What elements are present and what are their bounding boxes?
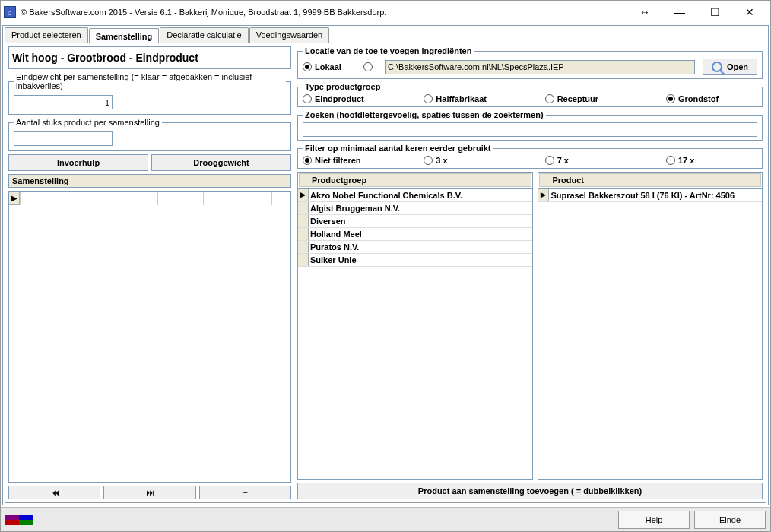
content-frame: Product selecteren Samenstelling Declara… (2, 25, 769, 505)
nav-row: ⏮ ⏭ − (8, 486, 291, 499)
locatie-remote-radio[interactable] (363, 62, 377, 71)
aantal-input[interactable] (14, 131, 113, 146)
filter-legend: Filter op minimaal aantal keren eerder g… (303, 144, 493, 153)
search-icon (712, 62, 722, 72)
zoeken-legend: Zoeken (hoofdlettergevoelig, spaties tus… (303, 110, 546, 119)
drooggewicht-button[interactable]: Drooggewicht (151, 154, 291, 171)
einde-button[interactable]: Einde (694, 511, 766, 529)
nav-first-button[interactable]: ⏮ (8, 486, 100, 499)
aantal-fieldset: Aantal stuks product per samenstelling (8, 118, 291, 151)
eindgewicht-fieldset: Eindgewicht per samenstelling (= klaar =… (8, 72, 291, 115)
zoeken-fieldset: Zoeken (hoofdlettergevoelig, spaties tus… (297, 110, 763, 141)
product-listbox: Product Suprasel Bakkerszout 58 I (76 KI… (538, 172, 763, 480)
zoeken-input[interactable] (303, 122, 757, 137)
locatie-legend: Locatie van de toe te voegen ingrediënte… (303, 46, 474, 55)
filter-fieldset: Filter op minimaal aantal keren eerder g… (297, 144, 763, 169)
nav-minus-button[interactable]: − (199, 486, 291, 499)
footer-bar: Help Einde (1, 507, 770, 531)
help-button[interactable]: Help (618, 511, 690, 529)
type-grond-label: Grondstof (678, 94, 719, 103)
color-squares (5, 515, 33, 525)
eindgewicht-input[interactable] (14, 95, 113, 109)
productgroep-row[interactable]: Holland Meel (298, 228, 532, 241)
samenstelling-grid[interactable]: ▶ (8, 191, 291, 483)
tab-declaratie[interactable]: Declaratie calculatie (160, 27, 248, 43)
type-halffabrikaat-radio[interactable]: Halffabrikaat (424, 94, 515, 103)
filter-3-label: 3 x (436, 156, 447, 165)
filter-17-label: 17 x (678, 156, 694, 165)
button-row: Invoerhulp Drooggewicht (8, 154, 291, 171)
type-receptuur-radio[interactable]: Receptuur (545, 94, 636, 103)
grid-row-marker: ▶ (9, 192, 20, 205)
filter-17-radio[interactable]: 17 x (666, 156, 757, 165)
type-eind-label: Eindproduct (315, 94, 364, 103)
open-label: Open (727, 62, 748, 71)
product-body[interactable]: Suprasel Bakkerszout 58 I (76 KI) - ArtN… (538, 188, 763, 480)
type-recept-label: Receptuur (557, 94, 598, 103)
filter-none-radio[interactable]: Niet filteren (303, 156, 394, 165)
type-eindproduct-radio[interactable]: Eindproduct (303, 94, 394, 103)
locatie-path-input (385, 60, 695, 74)
productgroep-listbox: Productgroep Akzo Nobel Functional Chemi… (297, 172, 533, 480)
type-legend: Type productgroep (303, 82, 382, 91)
productgroep-body[interactable]: Akzo Nobel Functional Chemicals B.V.Algi… (297, 188, 533, 480)
locatie-lokaal-radio[interactable]: Lokaal (303, 62, 356, 71)
samenstelling-header: Samenstelling (8, 174, 291, 188)
left-panel: Wit hoog - Grootbrood - Eindproduct Eind… (5, 43, 294, 502)
productgroep-row[interactable]: Diversen (298, 215, 532, 228)
tab-content: Wit hoog - Grootbrood - Eindproduct Eind… (5, 43, 766, 503)
eindgewicht-label: Eindgewicht per samenstelling (= klaar =… (14, 72, 286, 90)
window-title: © BakersSoftware.com 2015 - Versie 6.1 -… (21, 8, 627, 17)
maximize-button[interactable]: ☐ (697, 1, 732, 24)
resize-icon[interactable]: ↔ (627, 1, 662, 24)
filter-7-radio[interactable]: 7 x (545, 156, 636, 165)
productgroep-row[interactable]: Suiker Unie (298, 254, 532, 267)
open-button[interactable]: Open (703, 59, 757, 75)
productgroep-row[interactable]: Puratos N.V. (298, 241, 532, 254)
type-half-label: Halffabrikaat (436, 94, 487, 103)
nav-last-button[interactable]: ⏭ (103, 486, 195, 499)
product-head: Product (538, 172, 763, 188)
locatie-lokaal-label: Lokaal (315, 62, 341, 71)
product-row[interactable]: Suprasel Bakkerszout 58 I (76 KI) - ArtN… (538, 189, 762, 202)
close-button[interactable]: ✕ (732, 1, 767, 24)
lists-row: Productgroep Akzo Nobel Functional Chemi… (297, 172, 763, 480)
app-icon: ⌂ (4, 6, 16, 18)
minimize-button[interactable]: — (662, 1, 697, 24)
productgroep-row[interactable]: Algist Bruggeman N.V. (298, 202, 532, 215)
add-product-bar[interactable]: Product aan samenstelling toevoegen ( = … (297, 483, 763, 499)
filter-0-label: Niet filteren (315, 156, 361, 165)
productgroep-row[interactable]: Akzo Nobel Functional Chemicals B.V. (298, 189, 532, 202)
right-panel: Locatie van de toe te voegen ingrediënte… (294, 43, 766, 502)
filter-7-label: 7 x (557, 156, 569, 165)
productgroep-head: Productgroep (297, 172, 533, 188)
invoerhulp-button[interactable]: Invoerhulp (8, 154, 148, 171)
type-grondstof-radio[interactable]: Grondstof (666, 94, 757, 103)
product-title: Wit hoog - Grootbrood - Eindproduct (8, 46, 291, 69)
locatie-fieldset: Locatie van de toe te voegen ingrediënte… (297, 46, 763, 79)
tab-samenstelling[interactable]: Samenstelling (89, 28, 160, 43)
window-controls: ↔ — ☐ ✕ (627, 1, 767, 24)
filter-3-radio[interactable]: 3 x (424, 156, 515, 165)
tab-voedingswaarden[interactable]: Voedingswaarden (249, 27, 329, 43)
type-fieldset: Type productgroep Eindproduct Halffabrik… (297, 82, 763, 107)
tab-product-selecteren[interactable]: Product selecteren (5, 27, 88, 43)
tab-strip: Product selecteren Samenstelling Declara… (5, 27, 766, 43)
aantal-label: Aantal stuks product per samenstelling (14, 118, 162, 127)
title-bar: ⌂ © BakersSoftware.com 2015 - Versie 6.1… (1, 1, 770, 24)
